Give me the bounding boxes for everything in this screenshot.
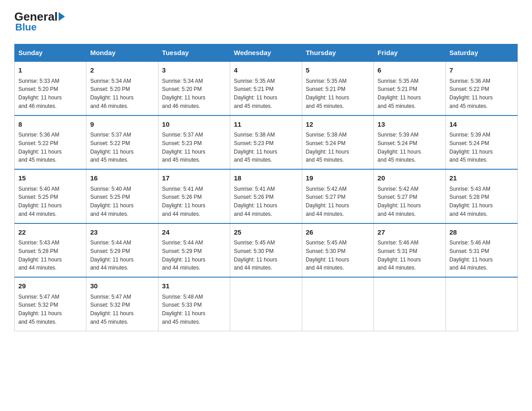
calendar-cell: 4 Sunrise: 5:35 AMSunset: 5:21 PMDayligh… bbox=[230, 61, 302, 116]
day-number: 7 bbox=[450, 65, 514, 76]
day-number: 3 bbox=[162, 65, 226, 76]
day-info: Sunrise: 5:35 AMSunset: 5:21 PMDaylight:… bbox=[306, 78, 349, 109]
day-number: 30 bbox=[90, 281, 154, 291]
day-info: Sunrise: 5:37 AMSunset: 5:23 PMDaylight:… bbox=[162, 132, 206, 163]
day-number: 23 bbox=[90, 227, 154, 238]
week-row-3: 15 Sunrise: 5:40 AMSunset: 5:25 PMDaylig… bbox=[15, 169, 518, 223]
calendar-cell: 2 Sunrise: 5:34 AMSunset: 5:20 PMDayligh… bbox=[86, 61, 158, 116]
calendar-cell: 17 Sunrise: 5:41 AMSunset: 5:26 PMDaylig… bbox=[158, 169, 230, 223]
day-number: 29 bbox=[18, 281, 82, 291]
day-number: 22 bbox=[18, 227, 82, 238]
day-info: Sunrise: 5:34 AMSunset: 5:20 PMDaylight:… bbox=[162, 78, 206, 109]
calendar-cell: 18 Sunrise: 5:41 AMSunset: 5:26 PMDaylig… bbox=[230, 169, 302, 223]
day-number: 6 bbox=[378, 65, 442, 76]
day-info: Sunrise: 5:43 AMSunset: 5:28 PMDaylight:… bbox=[450, 186, 493, 217]
day-info: Sunrise: 5:46 AMSunset: 5:31 PMDaylight:… bbox=[450, 240, 493, 271]
logo-general: General bbox=[14, 11, 58, 22]
day-info: Sunrise: 5:36 AMSunset: 5:22 PMDaylight:… bbox=[450, 78, 493, 109]
calendar-cell: 6 Sunrise: 5:35 AMSunset: 5:21 PMDayligh… bbox=[374, 61, 446, 116]
calendar-cell: 12 Sunrise: 5:38 AMSunset: 5:24 PMDaylig… bbox=[302, 116, 373, 170]
calendar-cell: 3 Sunrise: 5:34 AMSunset: 5:20 PMDayligh… bbox=[158, 61, 230, 116]
day-info: Sunrise: 5:40 AMSunset: 5:25 PMDaylight:… bbox=[90, 186, 133, 217]
day-info: Sunrise: 5:44 AMSunset: 5:29 PMDaylight:… bbox=[90, 240, 133, 271]
calendar-cell: 31 Sunrise: 5:48 AMSunset: 5:33 PMDaylig… bbox=[158, 277, 230, 331]
calendar-cell: 8 Sunrise: 5:36 AMSunset: 5:22 PMDayligh… bbox=[15, 116, 86, 170]
day-info: Sunrise: 5:39 AMSunset: 5:24 PMDaylight:… bbox=[378, 132, 421, 163]
header-cell-tuesday: Tuesday bbox=[158, 44, 230, 62]
day-number: 25 bbox=[234, 227, 298, 238]
day-number: 1 bbox=[18, 65, 82, 76]
day-number: 10 bbox=[162, 120, 226, 130]
logo-triangle-icon bbox=[59, 12, 65, 21]
day-info: Sunrise: 5:35 AMSunset: 5:21 PMDaylight:… bbox=[378, 78, 421, 109]
calendar-cell: 25 Sunrise: 5:45 AMSunset: 5:30 PMDaylig… bbox=[230, 223, 302, 278]
calendar-cell: 9 Sunrise: 5:37 AMSunset: 5:22 PMDayligh… bbox=[86, 116, 158, 170]
calendar-cell: 16 Sunrise: 5:40 AMSunset: 5:25 PMDaylig… bbox=[86, 169, 158, 223]
calendar-cell: 26 Sunrise: 5:45 AMSunset: 5:30 PMDaylig… bbox=[302, 223, 373, 278]
calendar-cell: 27 Sunrise: 5:46 AMSunset: 5:31 PMDaylig… bbox=[374, 223, 446, 278]
day-info: Sunrise: 5:43 AMSunset: 5:28 PMDaylight:… bbox=[18, 240, 62, 271]
calendar-cell: 10 Sunrise: 5:37 AMSunset: 5:23 PMDaylig… bbox=[158, 116, 230, 170]
calendar-cell: 14 Sunrise: 5:39 AMSunset: 5:24 PMDaylig… bbox=[446, 116, 517, 170]
calendar-table: SundayMondayTuesdayWednesdayThursdayFrid… bbox=[14, 44, 518, 331]
calendar-cell: 29 Sunrise: 5:47 AMSunset: 5:32 PMDaylig… bbox=[15, 277, 86, 331]
header-cell-sunday: Sunday bbox=[15, 44, 86, 62]
day-info: Sunrise: 5:36 AMSunset: 5:22 PMDaylight:… bbox=[18, 132, 62, 163]
calendar-cell: 13 Sunrise: 5:39 AMSunset: 5:24 PMDaylig… bbox=[374, 116, 446, 170]
day-info: Sunrise: 5:41 AMSunset: 5:26 PMDaylight:… bbox=[234, 186, 277, 217]
week-row-1: 1 Sunrise: 5:33 AMSunset: 5:20 PMDayligh… bbox=[15, 61, 518, 116]
calendar-cell bbox=[446, 277, 517, 331]
header-cell-monday: Monday bbox=[86, 44, 158, 62]
day-number: 21 bbox=[450, 173, 514, 184]
calendar-cell: 11 Sunrise: 5:38 AMSunset: 5:23 PMDaylig… bbox=[230, 116, 302, 170]
calendar-cell bbox=[374, 277, 446, 331]
calendar-cell: 28 Sunrise: 5:46 AMSunset: 5:31 PMDaylig… bbox=[446, 223, 517, 278]
day-number: 17 bbox=[162, 173, 226, 184]
day-info: Sunrise: 5:45 AMSunset: 5:30 PMDaylight:… bbox=[234, 240, 277, 271]
week-row-2: 8 Sunrise: 5:36 AMSunset: 5:22 PMDayligh… bbox=[15, 116, 518, 170]
day-number: 9 bbox=[90, 120, 154, 130]
calendar-body: 1 Sunrise: 5:33 AMSunset: 5:20 PMDayligh… bbox=[15, 61, 518, 331]
calendar-cell: 23 Sunrise: 5:44 AMSunset: 5:29 PMDaylig… bbox=[86, 223, 158, 278]
day-info: Sunrise: 5:35 AMSunset: 5:21 PMDaylight:… bbox=[234, 78, 277, 109]
calendar-cell: 19 Sunrise: 5:42 AMSunset: 5:27 PMDaylig… bbox=[302, 169, 373, 223]
day-info: Sunrise: 5:37 AMSunset: 5:22 PMDaylight:… bbox=[90, 132, 133, 163]
day-info: Sunrise: 5:46 AMSunset: 5:31 PMDaylight:… bbox=[378, 240, 421, 271]
calendar-cell bbox=[230, 277, 302, 331]
day-number: 19 bbox=[306, 173, 370, 184]
day-number: 31 bbox=[162, 281, 226, 291]
day-number: 11 bbox=[234, 120, 298, 130]
day-number: 2 bbox=[90, 65, 154, 76]
day-number: 20 bbox=[378, 173, 442, 184]
day-info: Sunrise: 5:33 AMSunset: 5:20 PMDaylight:… bbox=[18, 78, 62, 109]
day-number: 13 bbox=[378, 120, 442, 130]
day-number: 14 bbox=[450, 120, 514, 130]
calendar-cell: 5 Sunrise: 5:35 AMSunset: 5:21 PMDayligh… bbox=[302, 61, 373, 116]
calendar-cell: 20 Sunrise: 5:42 AMSunset: 5:27 PMDaylig… bbox=[374, 169, 446, 223]
day-number: 5 bbox=[306, 65, 370, 76]
day-info: Sunrise: 5:40 AMSunset: 5:25 PMDaylight:… bbox=[18, 186, 62, 217]
day-number: 16 bbox=[90, 173, 154, 184]
header-cell-thursday: Thursday bbox=[302, 44, 373, 62]
day-number: 8 bbox=[18, 120, 82, 130]
week-row-5: 29 Sunrise: 5:47 AMSunset: 5:32 PMDaylig… bbox=[15, 277, 518, 331]
day-info: Sunrise: 5:39 AMSunset: 5:24 PMDaylight:… bbox=[450, 132, 493, 163]
header-cell-friday: Friday bbox=[374, 44, 446, 62]
calendar-cell: 1 Sunrise: 5:33 AMSunset: 5:20 PMDayligh… bbox=[15, 61, 86, 116]
day-number: 26 bbox=[306, 227, 370, 238]
calendar-cell: 21 Sunrise: 5:43 AMSunset: 5:28 PMDaylig… bbox=[446, 169, 517, 223]
calendar-header: SundayMondayTuesdayWednesdayThursdayFrid… bbox=[15, 44, 518, 62]
day-info: Sunrise: 5:34 AMSunset: 5:20 PMDaylight:… bbox=[90, 78, 133, 109]
day-number: 4 bbox=[234, 65, 298, 76]
calendar-cell: 30 Sunrise: 5:47 AMSunset: 5:32 PMDaylig… bbox=[86, 277, 158, 331]
day-info: Sunrise: 5:48 AMSunset: 5:33 PMDaylight:… bbox=[162, 294, 206, 325]
day-info: Sunrise: 5:42 AMSunset: 5:27 PMDaylight:… bbox=[306, 186, 349, 217]
page-header: General Blue bbox=[14, 11, 518, 33]
day-info: Sunrise: 5:38 AMSunset: 5:23 PMDaylight:… bbox=[234, 132, 277, 163]
day-info: Sunrise: 5:45 AMSunset: 5:30 PMDaylight:… bbox=[306, 240, 349, 271]
calendar-cell: 15 Sunrise: 5:40 AMSunset: 5:25 PMDaylig… bbox=[15, 169, 86, 223]
day-info: Sunrise: 5:41 AMSunset: 5:26 PMDaylight:… bbox=[162, 186, 206, 217]
header-cell-saturday: Saturday bbox=[446, 44, 517, 62]
day-number: 27 bbox=[378, 227, 442, 238]
calendar-cell: 22 Sunrise: 5:43 AMSunset: 5:28 PMDaylig… bbox=[15, 223, 86, 278]
